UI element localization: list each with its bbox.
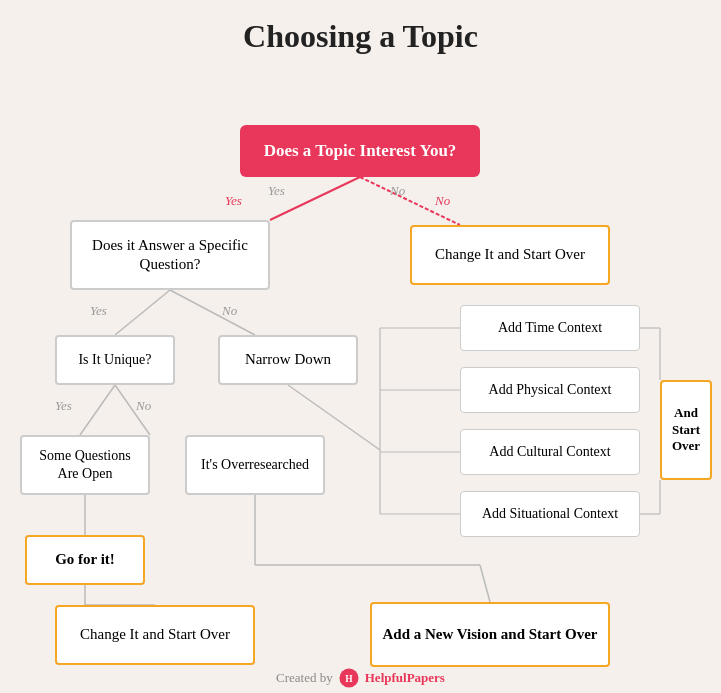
svg-line-2 xyxy=(115,290,170,335)
created-by-label: Created by xyxy=(276,670,333,686)
no-label-2: No xyxy=(222,303,237,319)
narrow-box: Narrow Down xyxy=(218,335,358,385)
physical-context-box: Add Physical Context xyxy=(460,367,640,413)
cultural-context-box: Add Cultural Context xyxy=(460,429,640,475)
yes-label-1: Yes xyxy=(268,183,285,199)
no-label-1: No xyxy=(390,183,405,199)
goforit-box: Go for it! xyxy=(25,535,145,585)
change-bottom-box: Change It and Start Over xyxy=(55,605,255,665)
no-label-start: No xyxy=(435,193,450,209)
some-questions-box: Some Questions Are Open xyxy=(20,435,150,495)
svg-line-3 xyxy=(170,290,255,335)
yes-label-start: Yes xyxy=(225,193,242,209)
footer: Created by H HelpfulPapers xyxy=(0,667,721,689)
svg-text:H: H xyxy=(345,674,353,684)
yes-label-3: Yes xyxy=(55,398,72,414)
no-label-3: No xyxy=(136,398,151,414)
unique-box: Is It Unique? xyxy=(55,335,175,385)
svg-line-4 xyxy=(80,385,115,435)
new-vision-box: Add a New Vision and Start Over xyxy=(370,602,610,667)
and-start-over-box: And Start Over xyxy=(660,380,712,480)
yes-label-2: Yes xyxy=(90,303,107,319)
situational-context-box: Add Situational Context xyxy=(460,491,640,537)
page-title: Choosing a Topic xyxy=(0,0,721,65)
start-box: Does a Topic Interest You? xyxy=(240,125,480,177)
brand-name: HelpfulPapers xyxy=(365,670,445,686)
time-context-box: Add Time Context xyxy=(460,305,640,351)
brand-logo-icon: H xyxy=(338,667,360,689)
overresearched-box: It's Overresearched xyxy=(185,435,325,495)
question-box: Does it Answer a Specific Question? xyxy=(70,220,270,290)
change-top-box: Change It and Start Over xyxy=(410,225,610,285)
svg-line-21 xyxy=(480,565,490,602)
